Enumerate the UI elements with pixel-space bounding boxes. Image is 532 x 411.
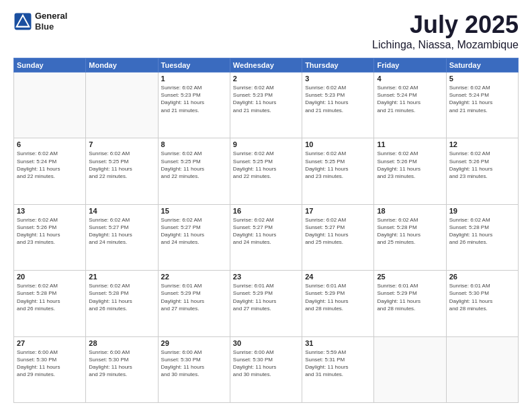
day-info: Sunrise: 6:02 AM Sunset: 5:23 PM Dayligh… — [305, 84, 371, 114]
logo-line1: General — [35, 11, 67, 21]
table-row: 11Sunrise: 6:02 AM Sunset: 5:26 PM Dayli… — [374, 138, 446, 204]
day-number: 14 — [89, 207, 154, 215]
table-row: 25Sunrise: 6:01 AM Sunset: 5:29 PM Dayli… — [374, 271, 446, 336]
calendar-week-row: 20Sunrise: 6:02 AM Sunset: 5:28 PM Dayli… — [14, 271, 519, 336]
table-row — [446, 336, 518, 402]
col-saturday: Saturday — [446, 58, 518, 73]
header: General Blue July 2025 Lichinga, Niassa,… — [13, 11, 519, 51]
calendar-header-row: Sunday Monday Tuesday Wednesday Thursday… — [14, 58, 519, 73]
table-row: 7Sunrise: 6:02 AM Sunset: 5:25 PM Daylig… — [86, 138, 158, 204]
day-number: 1 — [161, 75, 227, 83]
table-row: 26Sunrise: 6:01 AM Sunset: 5:30 PM Dayli… — [446, 271, 518, 336]
page: General Blue July 2025 Lichinga, Niassa,… — [0, 0, 532, 411]
day-info: Sunrise: 6:02 AM Sunset: 5:27 PM Dayligh… — [89, 216, 154, 246]
day-number: 22 — [161, 273, 227, 281]
day-number: 19 — [449, 207, 515, 215]
table-row: 13Sunrise: 6:02 AM Sunset: 5:26 PM Dayli… — [14, 204, 86, 270]
day-number: 11 — [377, 140, 443, 148]
day-info: Sunrise: 6:00 AM Sunset: 5:30 PM Dayligh… — [233, 349, 299, 379]
table-row — [374, 336, 446, 402]
day-number: 16 — [233, 207, 299, 215]
day-info: Sunrise: 6:02 AM Sunset: 5:27 PM Dayligh… — [305, 216, 371, 246]
day-info: Sunrise: 6:02 AM Sunset: 5:25 PM Dayligh… — [161, 150, 227, 180]
day-number: 2 — [233, 75, 299, 83]
col-friday: Friday — [374, 58, 446, 73]
title-block: July 2025 Lichinga, Niassa, Mozambique — [372, 11, 519, 51]
day-number: 9 — [233, 140, 299, 148]
table-row: 18Sunrise: 6:02 AM Sunset: 5:28 PM Dayli… — [374, 204, 446, 270]
table-row: 28Sunrise: 6:00 AM Sunset: 5:30 PM Dayli… — [86, 336, 158, 402]
day-info: Sunrise: 6:02 AM Sunset: 5:26 PM Dayligh… — [377, 150, 443, 180]
table-row: 21Sunrise: 6:02 AM Sunset: 5:28 PM Dayli… — [86, 271, 158, 336]
calendar-table: Sunday Monday Tuesday Wednesday Thursday… — [13, 58, 519, 403]
day-info: Sunrise: 6:02 AM Sunset: 5:27 PM Dayligh… — [233, 216, 299, 246]
table-row: 22Sunrise: 6:01 AM Sunset: 5:29 PM Dayli… — [158, 271, 230, 336]
day-info: Sunrise: 6:02 AM Sunset: 5:28 PM Dayligh… — [17, 282, 83, 312]
day-info: Sunrise: 6:01 AM Sunset: 5:29 PM Dayligh… — [233, 282, 299, 312]
table-row: 31Sunrise: 5:59 AM Sunset: 5:31 PM Dayli… — [302, 336, 374, 402]
calendar-week-row: 1Sunrise: 6:02 AM Sunset: 5:23 PM Daylig… — [14, 73, 519, 138]
table-row: 30Sunrise: 6:00 AM Sunset: 5:30 PM Dayli… — [230, 336, 302, 402]
table-row: 17Sunrise: 6:02 AM Sunset: 5:27 PM Dayli… — [302, 204, 374, 270]
day-number: 20 — [17, 273, 83, 281]
day-info: Sunrise: 6:02 AM Sunset: 5:26 PM Dayligh… — [17, 216, 83, 246]
day-number: 8 — [161, 140, 227, 148]
table-row: 10Sunrise: 6:02 AM Sunset: 5:25 PM Dayli… — [302, 138, 374, 204]
logo-icon — [13, 12, 32, 31]
day-number: 17 — [305, 207, 371, 215]
day-info: Sunrise: 6:01 AM Sunset: 5:29 PM Dayligh… — [161, 282, 227, 312]
table-row: 23Sunrise: 6:01 AM Sunset: 5:29 PM Dayli… — [230, 271, 302, 336]
day-number: 23 — [233, 273, 299, 281]
table-row: 27Sunrise: 6:00 AM Sunset: 5:30 PM Dayli… — [14, 336, 86, 402]
col-tuesday: Tuesday — [158, 58, 230, 73]
table-row: 12Sunrise: 6:02 AM Sunset: 5:26 PM Dayli… — [446, 138, 518, 204]
day-number: 3 — [305, 75, 371, 83]
day-info: Sunrise: 6:02 AM Sunset: 5:27 PM Dayligh… — [161, 216, 227, 246]
table-row: 16Sunrise: 6:02 AM Sunset: 5:27 PM Dayli… — [230, 204, 302, 270]
day-info: Sunrise: 6:02 AM Sunset: 5:25 PM Dayligh… — [305, 150, 371, 180]
col-wednesday: Wednesday — [230, 58, 302, 73]
table-row: 1Sunrise: 6:02 AM Sunset: 5:23 PM Daylig… — [158, 73, 230, 138]
day-number: 21 — [89, 273, 154, 281]
table-row: 15Sunrise: 6:02 AM Sunset: 5:27 PM Dayli… — [158, 204, 230, 270]
day-number: 7 — [89, 140, 154, 148]
table-row: 20Sunrise: 6:02 AM Sunset: 5:28 PM Dayli… — [14, 271, 86, 336]
day-number: 13 — [17, 207, 83, 215]
day-number: 26 — [449, 273, 515, 281]
day-number: 25 — [377, 273, 443, 281]
day-info: Sunrise: 6:02 AM Sunset: 5:24 PM Dayligh… — [377, 84, 443, 114]
day-number: 4 — [377, 75, 443, 83]
calendar-week-row: 13Sunrise: 6:02 AM Sunset: 5:26 PM Dayli… — [14, 204, 519, 270]
table-row: 19Sunrise: 6:02 AM Sunset: 5:28 PM Dayli… — [446, 204, 518, 270]
day-number: 5 — [449, 75, 515, 83]
day-info: Sunrise: 6:02 AM Sunset: 5:25 PM Dayligh… — [89, 150, 154, 180]
table-row: 3Sunrise: 6:02 AM Sunset: 5:23 PM Daylig… — [302, 73, 374, 138]
day-info: Sunrise: 6:02 AM Sunset: 5:26 PM Dayligh… — [449, 150, 515, 180]
table-row: 8Sunrise: 6:02 AM Sunset: 5:25 PM Daylig… — [158, 138, 230, 204]
table-row: 4Sunrise: 6:02 AM Sunset: 5:24 PM Daylig… — [374, 73, 446, 138]
calendar-week-row: 6Sunrise: 6:02 AM Sunset: 5:24 PM Daylig… — [14, 138, 519, 204]
table-row: 2Sunrise: 6:02 AM Sunset: 5:23 PM Daylig… — [230, 73, 302, 138]
table-row: 29Sunrise: 6:00 AM Sunset: 5:30 PM Dayli… — [158, 336, 230, 402]
day-number: 24 — [305, 273, 371, 281]
day-number: 27 — [17, 339, 83, 347]
table-row: 24Sunrise: 6:01 AM Sunset: 5:29 PM Dayli… — [302, 271, 374, 336]
day-info: Sunrise: 6:02 AM Sunset: 5:28 PM Dayligh… — [377, 216, 443, 246]
table-row: 9Sunrise: 6:02 AM Sunset: 5:25 PM Daylig… — [230, 138, 302, 204]
day-info: Sunrise: 6:01 AM Sunset: 5:29 PM Dayligh… — [377, 282, 443, 312]
table-row — [14, 73, 86, 138]
calendar-subtitle: Lichinga, Niassa, Mozambique — [372, 39, 519, 51]
day-info: Sunrise: 5:59 AM Sunset: 5:31 PM Dayligh… — [305, 349, 371, 379]
day-info: Sunrise: 6:02 AM Sunset: 5:23 PM Dayligh… — [161, 84, 227, 114]
day-info: Sunrise: 6:01 AM Sunset: 5:30 PM Dayligh… — [449, 282, 515, 312]
table-row: 6Sunrise: 6:02 AM Sunset: 5:24 PM Daylig… — [14, 138, 86, 204]
day-number: 30 — [233, 339, 299, 347]
table-row: 5Sunrise: 6:02 AM Sunset: 5:24 PM Daylig… — [446, 73, 518, 138]
col-thursday: Thursday — [302, 58, 374, 73]
day-info: Sunrise: 6:02 AM Sunset: 5:25 PM Dayligh… — [233, 150, 299, 180]
calendar-week-row: 27Sunrise: 6:00 AM Sunset: 5:30 PM Dayli… — [14, 336, 519, 402]
col-monday: Monday — [86, 58, 158, 73]
day-number: 18 — [377, 207, 443, 215]
day-info: Sunrise: 6:02 AM Sunset: 5:24 PM Dayligh… — [449, 84, 515, 114]
calendar-title: July 2025 — [372, 11, 519, 39]
